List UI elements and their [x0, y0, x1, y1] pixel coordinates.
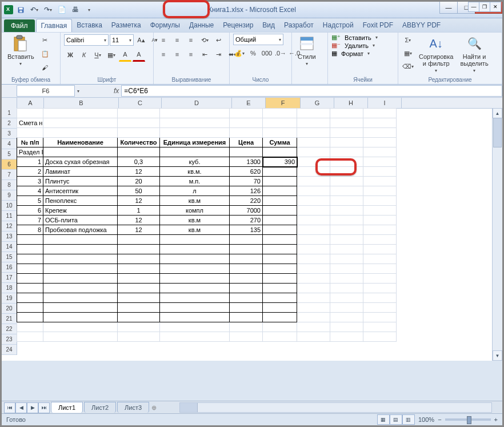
- align-middle-icon[interactable]: ≡: [171, 34, 183, 46]
- col-header-A[interactable]: A: [17, 98, 44, 108]
- cell-G2[interactable]: [297, 118, 330, 128]
- cell-F14[interactable]: [263, 235, 297, 245]
- cell-B9[interactable]: Антисептик: [43, 186, 118, 196]
- cell-I4[interactable]: [363, 138, 397, 147]
- cell-C7[interactable]: 12: [118, 167, 160, 177]
- cell-F13[interactable]: [263, 225, 297, 235]
- row-header-7[interactable]: 7: [2, 170, 17, 180]
- cell-C3[interactable]: [118, 128, 160, 138]
- cell-I21[interactable]: [363, 303, 397, 313]
- cell-H11[interactable]: [330, 206, 363, 216]
- cell-E24[interactable]: [230, 332, 263, 342]
- cell-H15[interactable]: [330, 245, 363, 254]
- cell-A8[interactable]: 3: [17, 177, 43, 186]
- cell-E16[interactable]: [230, 254, 263, 264]
- cell-A21[interactable]: [17, 303, 43, 313]
- new-sheet-icon[interactable]: ⊕: [151, 404, 157, 412]
- cell-C24[interactable]: [118, 332, 160, 342]
- cell-D14[interactable]: [160, 235, 230, 245]
- cell-G6[interactable]: [297, 157, 330, 167]
- redo-icon[interactable]: ↷▾: [42, 4, 54, 15]
- cell-F21[interactable]: [263, 303, 297, 313]
- cell-G5[interactable]: [297, 147, 330, 157]
- row-header-13[interactable]: 13: [2, 232, 17, 242]
- cell-C23[interactable]: [118, 322, 160, 332]
- row-header-8[interactable]: 8: [2, 180, 17, 190]
- col-header-C[interactable]: C: [119, 98, 162, 108]
- ribbon-tab-8[interactable]: Надстрой: [318, 19, 358, 32]
- font-size-select[interactable]: 11▾: [110, 34, 134, 46]
- col-header-F[interactable]: F: [266, 98, 301, 108]
- cell-I10[interactable]: [363, 196, 397, 206]
- zoom-out-icon[interactable]: −: [438, 416, 441, 423]
- clear-icon[interactable]: ⌫▾: [402, 60, 414, 73]
- cell-B22[interactable]: [43, 313, 118, 322]
- ribbon-tab-6[interactable]: Вид: [258, 19, 279, 32]
- row-header-17[interactable]: 17: [2, 273, 17, 283]
- cell-E22[interactable]: [230, 313, 263, 322]
- cell-C17[interactable]: [118, 264, 160, 274]
- underline-icon[interactable]: Ч▾: [91, 49, 104, 61]
- cell-F20[interactable]: [263, 293, 297, 303]
- cell-E11[interactable]: 7000: [230, 206, 263, 216]
- row-header-20[interactable]: 20: [2, 304, 17, 314]
- save-icon[interactable]: [14, 4, 27, 15]
- cell-I7[interactable]: [363, 167, 397, 177]
- cell-A1[interactable]: [17, 109, 43, 118]
- ribbon-tab-4[interactable]: Данные: [185, 19, 218, 32]
- cell-E15[interactable]: [230, 245, 263, 254]
- cell-B21[interactable]: [43, 303, 118, 313]
- cell-H24[interactable]: [330, 332, 363, 342]
- cell-F9[interactable]: [263, 186, 297, 196]
- cell-B17[interactable]: [43, 264, 118, 274]
- cell-B10[interactable]: Пеноплекс: [43, 196, 118, 206]
- cell-G21[interactable]: [297, 303, 330, 313]
- cell-E8[interactable]: 70: [230, 177, 263, 186]
- cells-area[interactable]: Смета на работы№ п/пНаименованиеКоличест…: [17, 108, 397, 342]
- cell-H8[interactable]: [330, 177, 363, 186]
- cell-I20[interactable]: [363, 293, 397, 303]
- scroll-up-icon[interactable]: ▲: [493, 108, 502, 118]
- cell-C1[interactable]: [118, 109, 160, 118]
- cell-B2[interactable]: [43, 118, 118, 128]
- cell-B24[interactable]: [43, 332, 118, 342]
- cell-G10[interactable]: [297, 196, 330, 206]
- last-sheet-icon[interactable]: ⏭: [38, 402, 50, 413]
- cell-A13[interactable]: 8: [17, 225, 43, 235]
- cell-C18[interactable]: [118, 274, 160, 284]
- cell-D6[interactable]: куб.: [160, 157, 230, 167]
- formula-bar[interactable]: =C6*E6: [121, 85, 502, 97]
- cell-H18[interactable]: [330, 274, 363, 284]
- minimize-button[interactable]: —: [439, 2, 458, 14]
- cell-F6[interactable]: 390: [263, 157, 297, 167]
- undo-icon[interactable]: ↶▾: [28, 4, 41, 15]
- cell-E1[interactable]: [230, 109, 263, 118]
- fx-icon[interactable]: fx: [114, 87, 119, 95]
- cell-G24[interactable]: [297, 332, 330, 342]
- cell-F22[interactable]: [263, 313, 297, 322]
- cell-H22[interactable]: [330, 313, 363, 322]
- cell-G17[interactable]: [297, 264, 330, 274]
- cell-H4[interactable]: [330, 138, 363, 147]
- cell-G1[interactable]: [297, 109, 330, 118]
- cell-C2[interactable]: [118, 118, 160, 128]
- cell-A9[interactable]: 4: [17, 186, 43, 196]
- cell-F5[interactable]: [263, 147, 297, 157]
- sort-filter-button[interactable]: A↓ Сортировка и фильтр▾: [417, 34, 455, 74]
- cell-H3[interactable]: [330, 128, 363, 138]
- col-header-D[interactable]: D: [162, 98, 232, 108]
- name-box[interactable]: F6: [17, 85, 75, 97]
- row-header-11[interactable]: 11: [2, 211, 17, 221]
- row-header-24[interactable]: 24: [2, 345, 17, 355]
- scroll-down-icon[interactable]: ▼: [493, 350, 502, 361]
- cell-E5[interactable]: [230, 147, 263, 157]
- cell-G23[interactable]: [297, 322, 330, 332]
- find-select-button[interactable]: 🔍 Найти и выделить▾: [458, 34, 490, 74]
- normal-view-icon[interactable]: ▦: [377, 414, 390, 425]
- cell-B23[interactable]: [43, 322, 118, 332]
- page-layout-view-icon[interactable]: ▤: [390, 414, 402, 425]
- cell-D17[interactable]: [160, 264, 230, 274]
- cell-F3[interactable]: [263, 128, 297, 138]
- child-restore-icon[interactable]: ❐: [479, 2, 490, 12]
- page-break-view-icon[interactable]: ▥: [402, 414, 415, 425]
